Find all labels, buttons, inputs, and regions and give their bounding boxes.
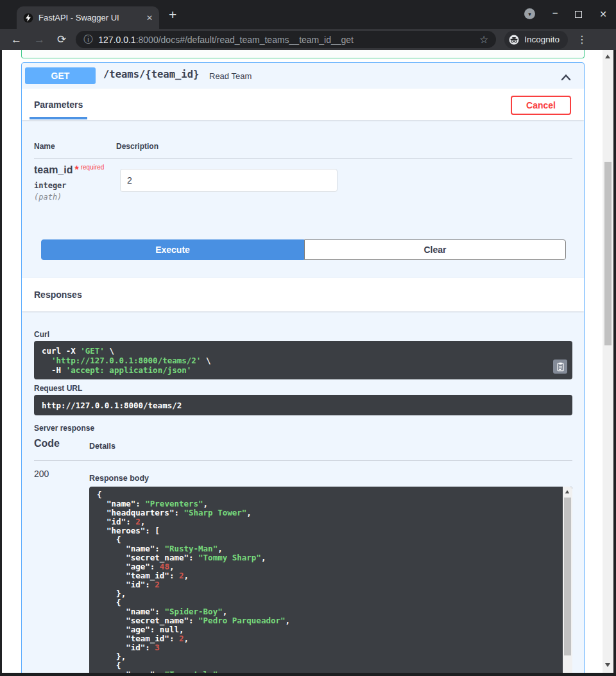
copy-to-clipboard-button[interactable]: [553, 360, 567, 374]
incognito-label: Incognito: [524, 35, 560, 44]
column-header-details: Details: [89, 442, 116, 451]
cancel-button[interactable]: Cancel: [511, 96, 571, 115]
url-text: 127.0.0.1:8000/docs#/default/read_team_t…: [98, 35, 474, 45]
column-header-description: Description: [116, 142, 158, 151]
required-star: *: [74, 164, 78, 175]
browser-menu-icon[interactable]: ⋮: [577, 33, 587, 46]
page-scrollbar[interactable]: [603, 50, 613, 673]
page-scroll-down-icon[interactable]: [605, 663, 610, 667]
responses-header: Responses: [22, 278, 584, 311]
page-scrollbar-thumb[interactable]: [604, 162, 612, 345]
window-edge-left: [0, 50, 2, 676]
column-header-code: Code: [34, 438, 60, 449]
site-info-icon[interactable]: ⓘ: [83, 34, 92, 46]
execute-button[interactable]: Execute: [41, 239, 304, 260]
parameter-type: integer: [34, 181, 67, 190]
parameter-location: (path): [34, 193, 62, 202]
request-url-value: http://127.0.0.1:8000/teams/2: [34, 395, 572, 415]
window-edge-right: [613, 50, 616, 676]
chevron-up-icon[interactable]: [561, 72, 571, 83]
browser-toolbar: ← → ⟳ ⓘ 127.0.0.1:8000/docs#/default/rea…: [0, 29, 616, 50]
fastapi-favicon-icon: [23, 13, 33, 23]
curl-code: curl -X 'GET' \ 'http://127.0.0.1:8000/t…: [34, 341, 572, 379]
response-json: { "name": "Preventers", "headquarters": …: [97, 490, 556, 676]
page-scroll-up-icon[interactable]: [605, 55, 610, 58]
team-id-input[interactable]: [120, 169, 338, 192]
tab-title: FastAPI - Swagger UI: [38, 13, 141, 22]
window-edge-bottom: [0, 673, 616, 676]
opblock-summary[interactable]: GET /teams/{team_id} Read Team: [22, 63, 584, 89]
back-icon[interactable]: ←: [11, 34, 22, 45]
new-tab-button[interactable]: +: [169, 7, 176, 22]
parameters-header: Parameters Cancel: [22, 89, 584, 120]
tab-close-icon[interactable]: ✕: [146, 13, 153, 22]
required-label: required: [81, 164, 105, 171]
parameter-name-text: team_id: [34, 164, 73, 175]
forward-icon[interactable]: →: [34, 34, 45, 45]
operation-summary: Read Team: [209, 71, 252, 81]
response-body-label: Response body: [89, 474, 149, 483]
incognito-badge: Incognito: [504, 31, 568, 49]
operation-path: /teams/{team_id}: [103, 69, 199, 80]
response-body-scrollbar[interactable]: [563, 487, 572, 676]
tab-strip: FastAPI - Swagger UI ✕ + ▾ – ✕: [0, 0, 616, 29]
previous-opblock-edge[interactable]: [21, 50, 585, 58]
bookmark-star-icon[interactable]: ☆: [479, 33, 488, 46]
status-code: 200: [34, 469, 49, 479]
browser-tab[interactable]: FastAPI - Swagger UI ✕: [17, 6, 159, 29]
responses-title: Responses: [34, 290, 82, 300]
column-header-name: Name: [34, 142, 55, 151]
url-host: 127.0.0.1: [98, 35, 135, 45]
request-url-label: Request URL: [34, 384, 82, 393]
response-body-code: { "name": "Preventers", "headquarters": …: [89, 487, 572, 676]
window-maximize-button[interactable]: [575, 11, 582, 18]
window-close-button[interactable]: ✕: [599, 9, 607, 19]
method-badge: GET: [25, 67, 96, 84]
url-path: :8000/docs#/default/read_team_teams__tea…: [136, 35, 354, 45]
response-table-divider: [34, 460, 572, 461]
parameter-name: team_id*required: [34, 164, 104, 176]
address-bar[interactable]: ⓘ 127.0.0.1:8000/docs#/default/read_team…: [76, 31, 496, 48]
tab-parameters[interactable]: Parameters: [34, 89, 83, 120]
reload-icon[interactable]: ⟳: [57, 34, 66, 45]
server-response-label: Server response: [34, 424, 94, 433]
scroll-up-icon[interactable]: [565, 490, 569, 494]
browser-update-icon[interactable]: ▾: [524, 8, 535, 19]
incognito-spy-icon: [508, 34, 520, 46]
table-header-divider: [34, 158, 572, 159]
response-scrollbar-thumb[interactable]: [564, 498, 571, 655]
window-minimize-button[interactable]: –: [552, 7, 558, 18]
clear-button[interactable]: Clear: [304, 239, 566, 260]
opblock-get-read-team: GET /teams/{team_id} Read Team Parameter…: [21, 62, 585, 676]
curl-label: Curl: [34, 330, 49, 339]
